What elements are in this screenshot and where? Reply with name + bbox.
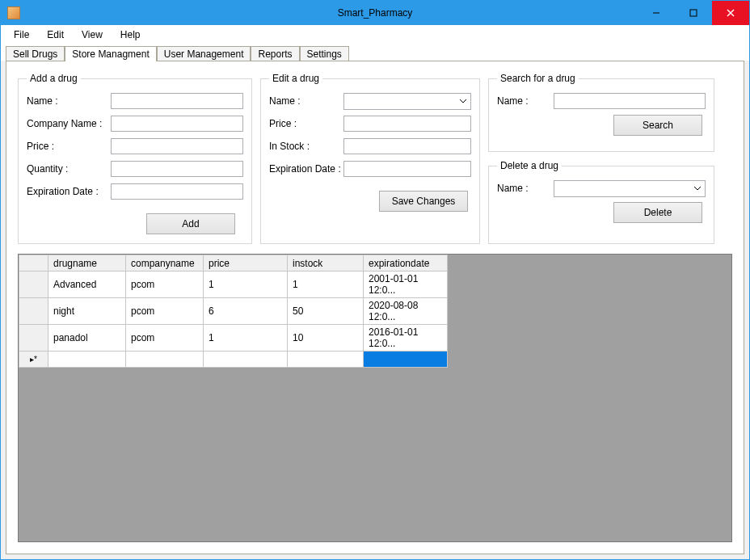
menubar: File Edit View Help (1, 25, 749, 43)
cell-empty[interactable] (204, 352, 288, 368)
tabstrip: Sell Drugs Store Managment User Manageme… (1, 43, 749, 61)
group-edit-legend: Edit a drug (269, 73, 322, 84)
tab-store-management[interactable]: Store Managment (65, 46, 156, 61)
grid-corner-header[interactable] (19, 255, 48, 272)
group-edit-drug: Edit a drug Name : Price : In Stock : Ex… (260, 73, 480, 244)
row-header-new[interactable]: ▸* (19, 352, 48, 368)
menu-view[interactable]: View (74, 27, 111, 42)
add-quantity-label: Quantity : (27, 163, 111, 175)
drugs-grid[interactable]: drugname companyname price instock expir… (19, 255, 448, 368)
minimize-button[interactable] (638, 1, 675, 25)
cell-price[interactable]: 1 (204, 272, 288, 298)
cell-drugname[interactable]: night (48, 298, 126, 325)
tab-sell-drugs[interactable]: Sell Drugs (6, 46, 65, 61)
cell-selected[interactable] (364, 352, 448, 368)
cell-expirationdate[interactable]: 2016-01-01 12:0... (364, 325, 448, 352)
row-header[interactable] (19, 272, 48, 298)
table-row[interactable]: panadol pcom 1 10 2016-01-01 12:0... (19, 325, 448, 352)
add-price-label: Price : (27, 141, 111, 152)
save-changes-button[interactable]: Save Changes (379, 191, 468, 212)
tab-reports[interactable]: Reports (251, 46, 299, 61)
cell-price[interactable]: 6 (204, 298, 288, 325)
maximize-button[interactable] (675, 1, 712, 25)
table-row[interactable]: Advanced pcom 1 1 2001-01-01 12:0... (19, 272, 448, 298)
close-icon (727, 9, 735, 17)
edit-name-combo[interactable] (343, 93, 471, 110)
groups-row: Add a drug Name : Company Name : Price :… (18, 73, 732, 244)
row-header[interactable] (19, 298, 48, 325)
table-row-new[interactable]: ▸* (19, 352, 448, 368)
add-name-label: Name : (27, 95, 111, 107)
add-button[interactable]: Add (146, 213, 235, 234)
add-expdate-label: Expiration Date : (27, 186, 111, 197)
edit-name-label: Name : (269, 95, 343, 107)
tab-content-store-management: Add a drug Name : Company Name : Price :… (6, 61, 744, 554)
search-name-label: Name : (497, 95, 554, 107)
maximize-icon (689, 9, 697, 17)
edit-instock-input[interactable] (343, 138, 471, 154)
chevron-down-icon (457, 95, 469, 108)
cell-empty[interactable] (288, 352, 364, 368)
menu-file[interactable]: File (6, 27, 37, 42)
group-add-legend: Add a drug (27, 73, 81, 84)
edit-price-input[interactable] (343, 116, 471, 132)
cell-expirationdate[interactable]: 2020-08-08 12:0... (364, 298, 448, 325)
chevron-down-icon (691, 182, 703, 196)
group-delete-drug: Delete a drug Name : Delete (488, 160, 714, 244)
add-quantity-input[interactable] (111, 161, 243, 177)
tab-settings[interactable]: Settings (300, 46, 349, 61)
delete-button[interactable]: Delete (613, 202, 702, 223)
edit-expdate-label: Expiration Date : (269, 163, 343, 175)
group-delete-legend: Delete a drug (497, 160, 562, 171)
app-window: Smart_Pharmacy File Edit View Help Sell … (0, 0, 750, 560)
add-name-input[interactable] (111, 93, 243, 109)
add-company-label: Company Name : (27, 118, 111, 129)
group-search-legend: Search for a drug (497, 73, 579, 84)
grid-header-price[interactable]: price (204, 255, 288, 272)
search-name-input[interactable] (554, 93, 706, 109)
delete-name-combo[interactable] (554, 180, 706, 197)
app-icon (7, 6, 20, 19)
cell-instock[interactable]: 50 (288, 298, 364, 325)
group-add-drug: Add a drug Name : Company Name : Price :… (18, 73, 252, 244)
cell-instock[interactable]: 10 (288, 325, 364, 352)
client-area: File Edit View Help Sell Drugs Store Man… (1, 25, 749, 559)
cell-expirationdate[interactable]: 2001-01-01 12:0... (364, 272, 448, 298)
cell-companyname[interactable]: pcom (126, 325, 204, 352)
tab-user-management[interactable]: User Management (157, 46, 251, 61)
window-buttons (638, 1, 749, 25)
cell-companyname[interactable]: pcom (126, 272, 204, 298)
search-button[interactable]: Search (613, 115, 702, 136)
add-expdate-input[interactable] (111, 183, 243, 200)
cell-drugname[interactable]: Advanced (48, 272, 126, 298)
minimize-icon (652, 9, 660, 17)
group-search-drug: Search for a drug Name : Search (488, 73, 714, 152)
add-price-input[interactable] (111, 138, 243, 154)
cell-instock[interactable]: 1 (288, 272, 364, 298)
svg-rect-1 (690, 10, 697, 16)
cell-price[interactable]: 1 (204, 325, 288, 352)
drugs-grid-container: drugname companyname price instock expir… (18, 254, 732, 542)
edit-price-label: Price : (269, 118, 343, 129)
grid-header-expirationdate[interactable]: expirationdate (364, 255, 448, 272)
cell-drugname[interactable]: panadol (48, 325, 126, 352)
menu-help[interactable]: Help (112, 27, 149, 42)
cell-empty[interactable] (48, 352, 126, 368)
grid-header-instock[interactable]: instock (288, 255, 364, 272)
menu-edit[interactable]: Edit (39, 27, 72, 42)
delete-name-label: Name : (497, 183, 554, 194)
cell-empty[interactable] (126, 352, 204, 368)
titlebar: Smart_Pharmacy (1, 1, 749, 25)
table-row[interactable]: night pcom 6 50 2020-08-08 12:0... (19, 298, 448, 325)
add-company-input[interactable] (111, 116, 243, 132)
close-button[interactable] (712, 1, 749, 25)
edit-instock-label: In Stock : (269, 141, 343, 152)
cell-companyname[interactable]: pcom (126, 298, 204, 325)
grid-header-drugname[interactable]: drugname (48, 255, 126, 272)
right-groups-column: Search for a drug Name : Search Delete a… (488, 73, 714, 244)
edit-expdate-input[interactable] (343, 161, 471, 177)
row-header[interactable] (19, 325, 48, 352)
grid-header-companyname[interactable]: companyname (126, 255, 204, 272)
